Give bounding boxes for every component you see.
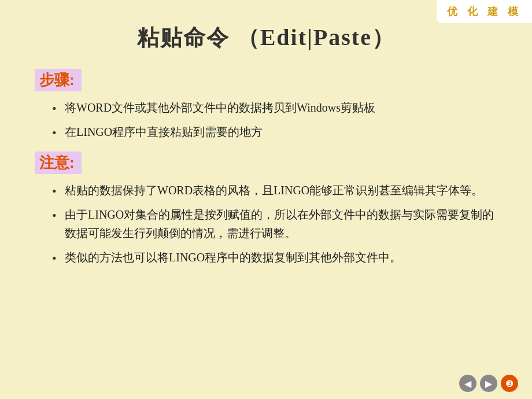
steps-section: 步骤: 将WORD文件或其他外部文件中的数据拷贝到Windows剪贴板 在LIN…	[35, 69, 497, 141]
steps-header-label: 步骤:	[39, 71, 75, 88]
notes-section: 注意: 粘贴的数据保持了WORD表格的风格，且LINGO能够正常识别甚至编辑其字…	[35, 152, 497, 267]
next-button[interactable]: ▶	[480, 375, 497, 392]
list-item: 将WORD文件或其他外部文件中的数据拷贝到Windows剪贴板	[52, 98, 497, 117]
step-item-1: 在LINGO程序中直接粘贴到需要的地方	[65, 125, 263, 138]
slide-title: 粘贴命令 （Edit|Paste）	[35, 23, 497, 53]
step-item-0: 将WORD文件或其他外部文件中的数据拷贝到Windows剪贴板	[65, 101, 375, 114]
menu-icon: ❸	[505, 378, 513, 389]
list-item: 在LINGO程序中直接粘贴到需要的地方	[52, 123, 497, 141]
title-zh2: ）	[372, 25, 395, 50]
bottom-nav: ◀ ▶ ❸	[459, 375, 518, 392]
note-item-2: 类似的方法也可以将LINGO程序中的数据复制到其他外部文件中。	[65, 251, 401, 264]
list-item: 由于LINGO对集合的属性是按列赋值的，所以在外部文件中的数据与实际需要复制的数…	[52, 205, 497, 242]
next-icon: ▶	[485, 378, 492, 389]
title-zh: 粘贴命令 （	[137, 25, 260, 50]
list-item: 类似的方法也可以将LINGO程序中的数据复制到其他外部文件中。	[52, 248, 497, 267]
note-item-1: 由于LINGO对集合的属性是按列赋值的，所以在外部文件中的数据与实际需要复制的数…	[65, 208, 494, 239]
corner-badge: 优 化 建 模	[437, 0, 532, 23]
notes-header: 注意:	[35, 152, 82, 174]
notes-list: 粘贴的数据保持了WORD表格的风格，且LINGO能够正常识别甚至编辑其字体等。 …	[52, 181, 497, 267]
steps-header: 步骤:	[35, 69, 82, 91]
notes-header-label: 注意:	[39, 154, 75, 171]
list-item: 粘贴的数据保持了WORD表格的风格，且LINGO能够正常识别甚至编辑其字体等。	[52, 181, 497, 200]
title-en: Edit|Paste	[260, 24, 372, 50]
menu-button[interactable]: ❸	[501, 375, 518, 392]
note-item-0: 粘贴的数据保持了WORD表格的风格，且LINGO能够正常识别甚至编辑其字体等。	[65, 184, 483, 197]
steps-list: 将WORD文件或其他外部文件中的数据拷贝到Windows剪贴板 在LINGO程序…	[52, 98, 497, 141]
prev-icon: ◀	[464, 378, 471, 389]
corner-badge-label: 优 化 建 模	[447, 6, 522, 17]
slide: 优 化 建 模 粘贴命令 （Edit|Paste） 步骤: 将WORD文件或其他…	[0, 0, 532, 399]
prev-button[interactable]: ◀	[459, 375, 476, 392]
